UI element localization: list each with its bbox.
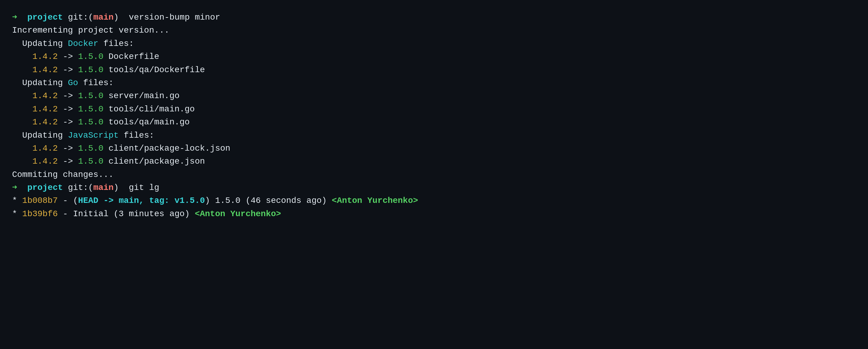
terminal-text: files:: [119, 129, 154, 142]
terminal-text: [12, 103, 32, 116]
terminal-text: [12, 155, 32, 168]
terminal-text: ➜: [12, 11, 27, 24]
terminal-text: ->: [58, 155, 78, 168]
terminal-text: 1.4.2: [32, 155, 58, 168]
terminal-text: 1b39bf6: [22, 208, 58, 220]
terminal-text: main: [93, 181, 114, 194]
terminal-text: Updating: [12, 129, 68, 142]
terminal-text: ->: [58, 116, 78, 129]
terminal-text: 1.5.0: [78, 142, 103, 155]
terminal-text: Updating: [12, 76, 68, 89]
terminal-line: Updating Docker files:: [12, 37, 856, 50]
terminal-text: ->: [58, 63, 78, 76]
terminal-line: * 1b39bf6 - Initial (3 minutes ago) <Ant…: [12, 208, 856, 220]
terminal-text: [12, 142, 32, 155]
terminal-text: ): [114, 11, 129, 24]
terminal-text: 1.4.2: [32, 142, 58, 155]
terminal-text: 1.4.2: [32, 63, 58, 76]
terminal-text: 1.5.0: [78, 116, 103, 129]
terminal-text: ->: [58, 103, 78, 116]
terminal-text: [12, 63, 32, 76]
terminal-line: 1.4.2 -> 1.5.0 tools/cli/main.go: [12, 103, 856, 116]
terminal-output: ➜ project git:(main) version-bump minorI…: [12, 11, 856, 220]
terminal-text: Go: [68, 76, 78, 89]
terminal-text: server/main.go: [103, 89, 179, 102]
terminal-text: 1.5.0: [78, 103, 103, 116]
terminal-line: 1.4.2 -> 1.5.0 tools/qa/main.go: [12, 116, 856, 129]
terminal-text: <Anton Yurchenko>: [332, 194, 418, 207]
terminal-text: tools/qa/Dockerfile: [103, 63, 205, 76]
terminal-line: * 1b008b7 - (HEAD -> main, tag: v1.5.0) …: [12, 194, 856, 207]
terminal-text: *: [12, 208, 22, 220]
terminal-line: Updating JavaScript files:: [12, 129, 856, 142]
terminal-text: JavaScript: [68, 129, 119, 142]
terminal-text: client/package-lock.json: [103, 142, 230, 155]
terminal-text: Docker: [68, 37, 98, 50]
terminal-text: ➜: [12, 181, 27, 194]
terminal-text: - (: [58, 194, 78, 207]
terminal-text: main: [93, 11, 114, 24]
terminal-text: project: [27, 11, 63, 24]
terminal-text: version-bump minor: [129, 11, 220, 24]
terminal-line: ➜ project git:(main) git lg: [12, 181, 856, 194]
terminal-text: tools/cli/main.go: [103, 103, 194, 116]
terminal-text: 1.4.2: [32, 116, 58, 129]
terminal-text: tools/qa/main.go: [103, 116, 190, 129]
terminal-text: [12, 89, 32, 102]
terminal-text: Incrementing project version...: [12, 24, 169, 37]
terminal-text: 1.4.2: [32, 50, 58, 63]
terminal-text: - Initial (3 minutes ago): [58, 208, 195, 220]
terminal-line: 1.4.2 -> 1.5.0 tools/qa/Dockerfile: [12, 63, 856, 76]
terminal-text: ->: [58, 142, 78, 155]
terminal-text: [12, 50, 32, 63]
terminal-text: 1.5.0: [78, 50, 103, 63]
terminal-text: 1.4.2: [32, 103, 58, 116]
terminal-text: *: [12, 194, 22, 207]
terminal-line: 1.4.2 -> 1.5.0 client/package.json: [12, 155, 856, 168]
terminal-text: 1.5.0: [78, 63, 103, 76]
terminal-line: 1.4.2 -> 1.5.0 server/main.go: [12, 89, 856, 102]
terminal-text: ): [114, 181, 129, 194]
terminal-text: HEAD -> main, tag: v1.5.0: [78, 194, 205, 207]
terminal-text: client/package.json: [103, 155, 205, 168]
terminal-text: Updating: [12, 37, 68, 50]
terminal-line: 1.4.2 -> 1.5.0 client/package-lock.json: [12, 142, 856, 155]
terminal-text: git lg: [129, 181, 159, 194]
terminal-line: Incrementing project version...: [12, 24, 856, 37]
terminal-text: 1.4.2: [32, 89, 58, 102]
terminal-text: 1b008b7: [22, 194, 58, 207]
terminal-text: git:(: [63, 11, 93, 24]
terminal-line: 1.4.2 -> 1.5.0 Dockerfile: [12, 50, 856, 63]
terminal-text: ->: [58, 89, 78, 102]
terminal-text: 1.5.0: [78, 89, 103, 102]
terminal-text: files:: [98, 37, 134, 50]
terminal-text: files:: [78, 76, 114, 89]
terminal-line: Updating Go files:: [12, 76, 856, 89]
terminal-text: Commiting changes...: [12, 168, 114, 181]
terminal-text: ->: [58, 50, 78, 63]
terminal-line: ➜ project git:(main) version-bump minor: [12, 11, 856, 24]
terminal-text: <Anton Yurchenko>: [195, 208, 281, 220]
terminal-text: 1.5.0: [78, 155, 103, 168]
terminal-text: git:(: [63, 181, 93, 194]
terminal-line: Commiting changes...: [12, 168, 856, 181]
terminal-text: Dockerfile: [103, 50, 159, 63]
terminal-text: project: [27, 181, 63, 194]
terminal-text: ) 1.5.0 (46 seconds ago): [205, 194, 332, 207]
terminal-text: [12, 116, 32, 129]
